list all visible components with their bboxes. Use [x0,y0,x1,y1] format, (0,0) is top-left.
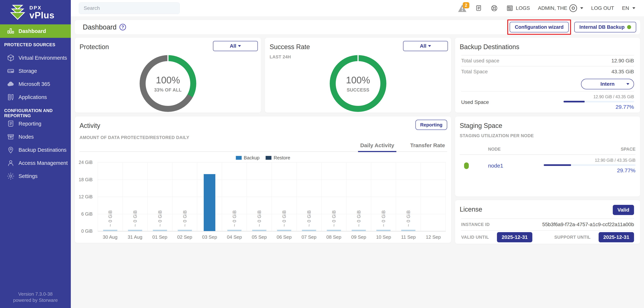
chart-column: ~ 0 GiB [272,162,296,231]
logout-button[interactable]: LOG OUT [591,5,614,11]
storage-icon [6,67,15,75]
page-title: Dashboard [83,23,116,31]
filter-label: All [420,43,426,49]
protection-percent: 100% [156,75,180,85]
legend-swatch-restore [266,156,272,160]
logs-label: LOGS [516,5,530,11]
chart-column: ~ 0 GiB [321,162,346,231]
report-scroll-icon[interactable] [475,4,482,12]
sidebar-item-virtual-environments[interactable]: Virtual Environments [0,51,71,64]
y-axis-label: 6 GiB [81,211,92,217]
card-title: Success Rate [270,43,310,51]
backup-bar-near-zero [401,230,416,231]
sidebar-item-reporting[interactable]: Reporting [0,117,71,130]
chart-column: ~ 0 GiB [247,162,272,231]
tab-daily-activity[interactable]: Daily Activity [358,142,396,152]
activity-plot: ~ 0 GiB~ 0 GiB~ 0 GiB~ 0 GiB~ 0 GiB~ 0 G… [98,162,446,231]
status-dot-icon [627,25,631,29]
valid-until-badge: 2025-12-31 [497,232,532,242]
filter-label: All [230,43,236,49]
success-donut: 100% SUCCESS [330,55,386,112]
backup-bar-near-zero [128,230,142,231]
used-space-percent: 29.77% [564,104,634,110]
chart-column: ~ 0 GiB [396,162,421,231]
internal-db-backup-button[interactable]: Internal DB Backup [574,22,636,32]
sidebar-item-settings[interactable]: Settings [0,170,71,183]
bar-chart-icon [6,27,15,35]
main-content: Dashboard ? Configuration wizard Interna… [71,16,644,308]
chart-column: ~ 0 GiB [346,162,371,231]
destination-selector-dropdown[interactable]: Intern [581,79,634,89]
configuration-wizard-button[interactable]: Configuration wizard [510,22,568,32]
backup-destinations-card: Backup Destinations Total used space 12.… [455,38,640,113]
user-menu[interactable]: ADMIN, THE O [538,4,583,12]
backup-bar-near-zero [352,230,366,231]
y-axis-label: 12 GiB [79,194,92,199]
logs-button[interactable]: LOGS [506,4,530,12]
support-until-label: SUPPORT UNTIL [554,235,590,240]
sidebar-item-nodes[interactable]: Nodes [0,130,71,143]
reporting-button-label: Reporting [420,122,442,128]
help-lifebuoy-icon[interactable] [490,4,498,12]
node-link[interactable]: node1 [488,163,503,169]
sidebar-item-label: Nodes [18,134,34,140]
sidebar-item-applications[interactable]: Applications [0,91,71,104]
sidebar-item-access-management[interactable]: Access Management [0,157,71,170]
chevron-down-icon [632,7,635,9]
language-menu[interactable]: EN [622,5,635,11]
backup-bar-near-zero [103,230,117,231]
bar-value-label: ~ 0 GiB [406,210,411,227]
legend-label: Restore [274,155,290,161]
chart-column: ~ 0 GiB [222,162,247,231]
sidebar-footer: Version 7.3.0-38 powered by Storware [0,291,71,303]
powered-by: powered by Storware [0,297,71,303]
user-name: ADMIN, THE [538,5,567,11]
chart-column: ~ 0 GiB [98,162,122,231]
progress-fill [544,164,571,166]
used-space-progressbar [564,101,634,102]
bar-value-label: ~ 0 GiB [331,210,336,227]
sidebar-item-storage[interactable]: Storage [0,64,71,77]
legend-label: Backup [244,155,260,161]
tab-transfer-rate[interactable]: Transfer Rate [408,142,447,151]
sidebar-item-label: Backup Destinations [18,147,66,153]
internal-db-backup-label: Internal DB Backup [579,24,624,30]
map-pin-icon [6,146,15,154]
chart-column: ~ 0 GiB [172,162,197,231]
used-space-ratio: 12.90 GiB / 43.35 GiB [564,94,634,99]
backup-bar-near-zero [252,230,266,231]
backup-bar-near-zero [277,230,291,231]
backup-bar-near-zero [153,230,167,231]
x-axis-label: 10 Sep [371,234,396,240]
chevron-down-icon [626,83,629,85]
sidebar-item-dashboard[interactable]: Dashboard [0,24,71,38]
node-space-percent: 29.77% [544,167,636,174]
search-input[interactable] [79,2,180,14]
x-axis-label: 09 Sep [346,234,371,240]
bar-value-label: ~ 0 GiB [182,210,187,227]
alerts-button[interactable]: 2 [458,4,467,12]
x-axis-label: 31 Aug [122,234,148,240]
brand-name-bottom: vPlus [30,11,54,20]
bar-value-label: ~ 0 GiB [356,210,361,227]
total-space-row: Total Space 43.35 GiB [461,66,634,77]
bar-value-label: ~ 0 GiB [306,210,312,227]
bar-value-label: ~ 0 GiB [282,210,287,227]
help-icon[interactable]: ? [120,24,126,30]
backup-bar-near-zero [376,230,390,231]
instance-id-label: INSTANCE ID [461,222,490,227]
sidebar-item-label: Storage [18,68,37,74]
sidebar-section-protected-sources: PROTECTED SOURCES [0,42,71,47]
node-status-dot-icon [464,163,469,169]
report-icon [6,119,15,128]
support-until-badge: 2025-12-31 [598,232,634,242]
sidebar-item-microsoft-365[interactable]: Microsoft 365 [0,77,71,91]
total-used-space-row: Total used space 12.90 GiB [461,56,634,66]
used-space-label: Used Space [461,99,489,105]
sidebar-item-backup-destinations[interactable]: Backup Destinations [0,143,71,157]
applications-icon [6,93,15,101]
reporting-button[interactable]: Reporting [416,120,447,130]
column-header-node: NODE [460,147,500,154]
success-filter-dropdown[interactable]: All [403,41,448,51]
protection-filter-dropdown[interactable]: All [213,41,258,51]
